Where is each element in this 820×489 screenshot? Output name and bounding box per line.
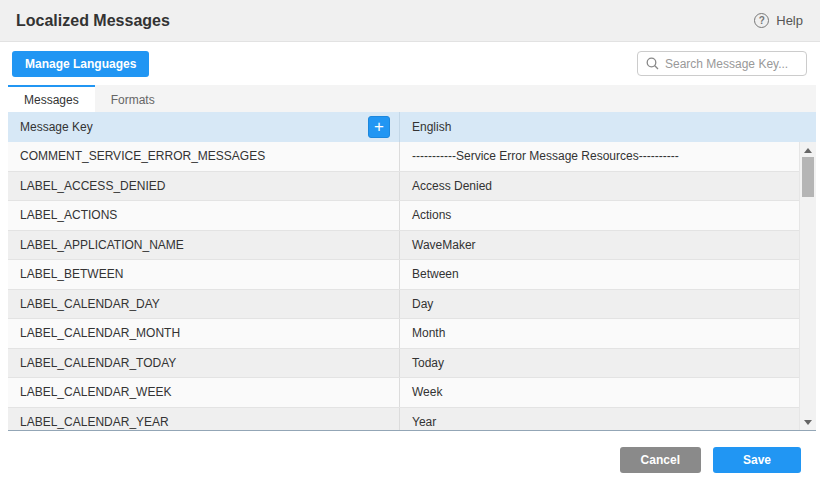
- manage-languages-button[interactable]: Manage Languages: [12, 51, 149, 77]
- table-row[interactable]: LABEL_CALENDAR_TODAY Today: [8, 349, 816, 379]
- message-key-cell[interactable]: LABEL_CALENDAR_MONTH: [8, 319, 400, 348]
- scrollbar-thumb[interactable]: [802, 157, 814, 197]
- tab-strip: Messages Formats: [8, 85, 816, 112]
- search-icon: [646, 57, 659, 70]
- table-row[interactable]: COMMENT_SERVICE_ERROR_MESSAGES ---------…: [8, 142, 816, 172]
- message-key-cell[interactable]: LABEL_CALENDAR_DAY: [8, 290, 400, 319]
- message-value-cell[interactable]: Today: [400, 356, 816, 370]
- table-header-row: Message Key + English: [8, 112, 816, 142]
- scroll-down-icon[interactable]: [800, 416, 816, 428]
- message-key-cell[interactable]: LABEL_CALENDAR_WEEK: [8, 378, 400, 407]
- column-header-english: English: [400, 120, 816, 134]
- toolbar: Manage Languages: [0, 42, 820, 85]
- scroll-up-icon[interactable]: [800, 144, 816, 156]
- vertical-scrollbar[interactable]: [799, 142, 816, 430]
- search-box[interactable]: [637, 51, 807, 76]
- page-title: Localized Messages: [16, 12, 170, 30]
- message-key-cell[interactable]: LABEL_CALENDAR_TODAY: [8, 349, 400, 378]
- messages-table: Message Key + English COMMENT_SERVICE_ER…: [8, 112, 816, 431]
- table-row[interactable]: LABEL_CALENDAR_DAY Day: [8, 290, 816, 320]
- add-message-button[interactable]: +: [368, 116, 390, 138]
- message-key-cell[interactable]: LABEL_CALENDAR_YEAR: [8, 408, 400, 432]
- message-value-cell[interactable]: WaveMaker: [400, 238, 816, 252]
- message-key-cell[interactable]: LABEL_APPLICATION_NAME: [8, 231, 400, 260]
- footer-actions: Cancel Save: [0, 431, 820, 488]
- message-value-cell[interactable]: -----------Service Error Message Resourc…: [400, 149, 816, 163]
- save-button[interactable]: Save: [713, 447, 801, 473]
- table-row[interactable]: LABEL_BETWEEN Between: [8, 260, 816, 290]
- message-value-cell[interactable]: Access Denied: [400, 179, 816, 193]
- tab-messages[interactable]: Messages: [8, 85, 95, 112]
- title-bar: Localized Messages ? Help: [0, 0, 820, 42]
- tab-formats[interactable]: Formats: [95, 85, 171, 112]
- message-value-cell[interactable]: Year: [400, 415, 816, 429]
- message-value-cell[interactable]: Day: [400, 297, 816, 311]
- message-value-cell[interactable]: Between: [400, 267, 816, 281]
- message-key-cell[interactable]: LABEL_ACCESS_DENIED: [8, 172, 400, 201]
- column-header-message-key: Message Key +: [8, 112, 400, 142]
- message-key-cell[interactable]: COMMENT_SERVICE_ERROR_MESSAGES: [8, 142, 400, 171]
- table-row[interactable]: LABEL_CALENDAR_MONTH Month: [8, 319, 816, 349]
- help-label: Help: [776, 13, 803, 28]
- search-input[interactable]: [665, 57, 798, 71]
- cancel-button[interactable]: Cancel: [620, 447, 701, 473]
- message-value-cell[interactable]: Week: [400, 385, 816, 399]
- message-value-cell[interactable]: Actions: [400, 208, 816, 222]
- question-mark-icon: ?: [754, 13, 769, 28]
- message-value-cell[interactable]: Month: [400, 326, 816, 340]
- help-button[interactable]: ? Help: [754, 13, 803, 28]
- table-row[interactable]: LABEL_ACTIONS Actions: [8, 201, 816, 231]
- message-key-cell[interactable]: LABEL_BETWEEN: [8, 260, 400, 289]
- message-key-header-label: Message Key: [20, 120, 93, 134]
- table-row[interactable]: LABEL_CALENDAR_YEAR Year: [8, 408, 816, 432]
- table-row[interactable]: LABEL_APPLICATION_NAME WaveMaker: [8, 231, 816, 261]
- table-body: COMMENT_SERVICE_ERROR_MESSAGES ---------…: [8, 142, 816, 431]
- message-key-cell[interactable]: LABEL_ACTIONS: [8, 201, 400, 230]
- table-row[interactable]: LABEL_CALENDAR_WEEK Week: [8, 378, 816, 408]
- table-row[interactable]: LABEL_ACCESS_DENIED Access Denied: [8, 172, 816, 202]
